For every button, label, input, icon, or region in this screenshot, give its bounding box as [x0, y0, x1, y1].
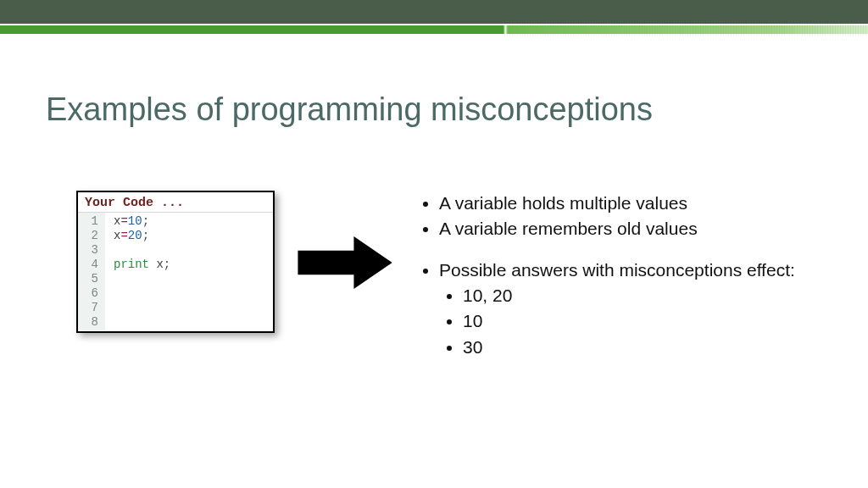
line-number: 6 [78, 286, 98, 301]
code-box-header: Your Code ... [78, 192, 273, 213]
code-token-num: 10 [128, 214, 142, 228]
svg-marker-0 [298, 236, 392, 289]
code-line: x=20; [114, 229, 170, 243]
code-token-num: 20 [128, 229, 142, 242]
code-lines: x=10; x=20; print x; [105, 213, 170, 330]
list-item: A variable holds multiple values [439, 191, 795, 216]
code-box-body: 1 2 3 4 5 6 7 8 x=10; x=20; print x; [78, 213, 273, 330]
slide-header-bar [0, 0, 868, 24]
code-line: print x; [114, 258, 170, 272]
arrow-icon [297, 235, 395, 291]
list-item: Possible answers with misconceptions eff… [439, 258, 795, 283]
code-box: Your Code ... 1 2 3 4 5 6 7 8 x=10; x=20… [76, 191, 275, 333]
list-item: 30 [463, 335, 795, 360]
code-line [114, 301, 170, 315]
line-number: 8 [78, 315, 98, 330]
code-line [114, 243, 170, 258]
line-number: 3 [78, 243, 98, 258]
code-token-punc: ; [164, 258, 170, 271]
code-line [114, 286, 170, 301]
code-token-var: x [156, 258, 163, 271]
line-number: 4 [78, 258, 98, 272]
misconception-list: A variable holds multiple values A varia… [415, 191, 795, 360]
slide-accent-bar [0, 24, 868, 36]
code-token-op: = [120, 229, 127, 242]
list-item: 10, 20 [463, 283, 795, 308]
code-gutter: 1 2 3 4 5 6 7 8 [78, 213, 105, 330]
line-number: 2 [78, 229, 98, 243]
code-token-keyword: print [114, 258, 149, 271]
code-line [114, 272, 170, 286]
code-token-punc: ; [142, 214, 149, 228]
line-number: 1 [78, 214, 98, 229]
code-line [114, 315, 170, 330]
list-item: 10 [463, 308, 795, 334]
code-token-punc: ; [142, 229, 149, 242]
slide-title: Examples of programming misconceptions [46, 92, 653, 128]
code-line: x=10; [114, 214, 170, 229]
line-number: 7 [78, 301, 98, 315]
code-token-op: = [120, 214, 127, 228]
line-number: 5 [78, 272, 98, 286]
list-item: A variable remembers old values [439, 216, 795, 241]
